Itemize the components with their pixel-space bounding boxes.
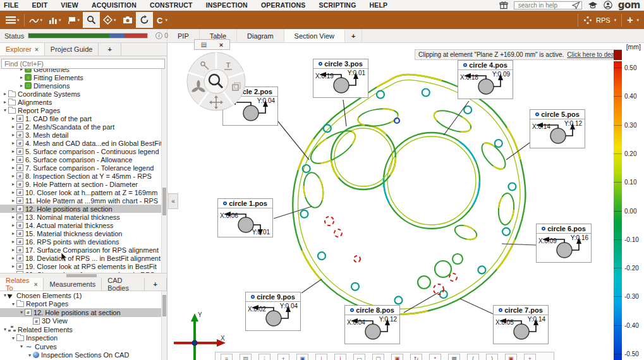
tree-item[interactable]: ▾Inspection [0, 334, 167, 343]
tree-item[interactable]: ▸a14. Actual material thickness [0, 221, 167, 229]
relates-tab-measurements[interactable]: Measurements [44, 278, 102, 291]
tree-item[interactable]: ▸a5. Surface comparison - Continuous leg… [0, 147, 167, 155]
relates-tab-relates-to[interactable]: Relates To× [0, 278, 44, 291]
find-input[interactable] [1, 59, 165, 69]
view-tab--[interactable]: + [345, 29, 362, 42]
tree-item[interactable]: ▸a17. Surface Comparison for RPS alignme… [0, 246, 167, 254]
bottom-tool-button[interactable]: ↻ [410, 354, 422, 360]
gift-icon[interactable] [499, 1, 508, 9]
tree-item[interactable]: ▾Report Pages [0, 300, 167, 309]
bottom-tool-button[interactable]: ▣ [505, 354, 517, 360]
tree-item[interactable]: ▸a15. Material thickness deviation [0, 229, 167, 237]
report-page-icon[interactable]: ▤ [201, 41, 207, 48]
recalculate-button[interactable] [136, 12, 153, 28]
bottom-tool-button[interactable]: ⋮ [258, 354, 270, 360]
tree-item[interactable]: ▸a1. CAD file of the part [0, 114, 167, 123]
tree-item[interactable]: ▸a6. Surface comparison - Allowance [0, 155, 167, 164]
bottom-tool-button[interactable]: ▭ [353, 354, 365, 360]
menu-edit[interactable]: EDIT [32, 1, 48, 9]
position-label-circle-7-pos[interactable]: circle 7.posY:0.14X:0.05 [493, 305, 549, 344]
relates-tab-cad-bodies[interactable]: CAD Bodies [102, 278, 144, 291]
alignment-name[interactable]: RPS [596, 16, 611, 24]
position-label-circle-9-pos[interactable]: circle 9.posY:0.04X:0.02 [245, 292, 301, 331]
position-label-circle-4-pos[interactable]: circle 4.posY:0.09X:0.18 [458, 60, 513, 99]
info-counter[interactable]: i 0 [155, 32, 168, 39]
tree-item[interactable]: ▸a8. Inspection Section at Y = 45mm - RP… [0, 172, 167, 180]
tree-item[interactable]: ▾~Curves [0, 342, 167, 351]
position-label-circle-6-pos[interactable]: circle 6.posY:0.16X:0.09 [536, 224, 592, 263]
bottom-tool-button[interactable]: ▤ [240, 354, 252, 360]
bottom-tool-button[interactable]: i [334, 354, 346, 360]
tree-item[interactable]: ▸a12. Hole positions at section [0, 205, 167, 213]
tree-item[interactable]: ▸a16. RPS points with deviations [0, 237, 167, 246]
training-cap-icon[interactable] [588, 1, 598, 9]
navigation-wheel[interactable]: T [186, 51, 246, 112]
hamburger-menu-button[interactable]: ▾ [3, 12, 23, 28]
user-account-icon[interactable] [604, 1, 612, 9]
bottom-tool-button[interactable]: ▣ [391, 354, 403, 360]
zoom-tool-button[interactable] [83, 12, 100, 28]
tree-item[interactable]: ▸Coordinate Systems [0, 90, 167, 98]
tree-item[interactable]: ▾Report Pages [0, 106, 167, 114]
close-icon[interactable]: × [219, 41, 223, 49]
bottom-tool-button[interactable]: ▣ [296, 354, 308, 360]
send-help-icon[interactable] [572, 1, 580, 9]
menu-help[interactable]: HELP [370, 1, 388, 9]
add-alignment-button[interactable]: + [627, 15, 633, 25]
menu-scripting[interactable]: SCRIPTING [319, 1, 356, 9]
tree-item[interactable]: ▸a10. Closer look at h...pattern at Z = … [0, 188, 167, 196]
menu-inspection[interactable]: INSPECTION [206, 1, 248, 9]
relates-tree-scrollbar[interactable] [161, 291, 167, 360]
curve-tools-button[interactable]: ▾ [26, 12, 46, 28]
tree-item[interactable]: ▸a7. Surface comparison - Tolerance lege… [0, 164, 167, 172]
chart-tools-button[interactable]: ▾ [46, 12, 64, 28]
chevron-down-icon[interactable]: ▾ [636, 18, 639, 23]
tree-item[interactable]: ▾Inspection Sections On CAD [0, 351, 167, 360]
chevron-down-icon[interactable]: ▾ [614, 18, 617, 23]
relates-tab--[interactable]: + [145, 278, 167, 291]
refresh-page-button[interactable]: C ▾ [153, 12, 171, 28]
bottom-tool-button[interactable]: ( [467, 354, 479, 360]
tree-item[interactable]: ▾a12. Hole positions at section [0, 308, 167, 317]
label-tools-button[interactable]: ▾ [64, 12, 83, 28]
bottom-tool-button[interactable]: * [429, 354, 441, 360]
bottom-tool-button[interactable]: + [277, 354, 289, 360]
snapshot-button[interactable] [119, 12, 136, 28]
tree-item[interactable]: ▸a19. Closer look at RPS elements in Bes… [0, 262, 167, 270]
tree-item[interactable]: ▸○Fitting Elements [0, 73, 167, 81]
bottom-tool-button[interactable]: + [524, 354, 536, 360]
tree-item[interactable]: ▸a11. Hole Pattern at ...9mm with chart … [0, 196, 167, 205]
tree-item[interactable]: ▸a3. Mesh detail [0, 131, 167, 139]
tree-item[interactable]: ▸a4. Mesh and CAD data...ed in Global Be… [0, 139, 167, 147]
explorer-tab-project-guide[interactable]: Project Guide [45, 43, 99, 56]
tree-item[interactable]: ▾Related Elements [0, 325, 167, 334]
section-viewport[interactable]: YX Clipping at element "Plane Z +169.00 … [167, 43, 644, 360]
bottom-tool-button[interactable]: ▦ [448, 354, 460, 360]
tree-item[interactable]: ▸a13. Nominal material thickness [0, 213, 167, 221]
bottom-tool-button[interactable]: ) [486, 354, 498, 360]
explorer-tab-explorer[interactable]: Explorer× [0, 43, 45, 56]
fit-view-button[interactable]: ▾ [100, 12, 119, 28]
position-label-circle-3-pos[interactable]: circle 3.posY:0.01X:0.19 [313, 59, 368, 98]
view-tab-section-view[interactable]: Section View [284, 29, 345, 42]
tree-item[interactable]: ▸□Dimensions [0, 81, 167, 90]
tree-item[interactable]: ▸a2. Mesh/Scandata of the part [0, 123, 167, 131]
tree-item[interactable]: ▸Alignments [0, 98, 167, 106]
explorer-tab--[interactable]: + [99, 43, 121, 56]
tree-item[interactable]: ▸a9. Hole Pattern at section - Diameter [0, 180, 167, 188]
menu-file[interactable]: FILE [4, 1, 19, 9]
collapse-panel-button[interactable]: « [168, 193, 178, 209]
tree-item[interactable]: ▸○Geometries [0, 69, 167, 73]
menu-view[interactable]: VIEW [61, 1, 78, 9]
bottom-tool-button[interactable]: ▢ [372, 354, 384, 360]
tree-item[interactable]: ▸a18. Deviation of RPS ... in BestFit al… [0, 254, 167, 262]
tree-item[interactable]: ▾Chosen Elements (1) [0, 291, 167, 300]
menu-operations[interactable]: OPERATIONS [261, 1, 306, 9]
position-label-circle-1-pos[interactable]: circle 1.posY:0.01X:0.06 [217, 198, 273, 237]
position-label-circle-8-pos[interactable]: circle 8.posY:0.12X:0.04 [344, 305, 400, 344]
close-tab-icon[interactable]: × [34, 281, 38, 288]
view-tab-diagram[interactable]: Diagram [237, 29, 284, 42]
menu-acquisition[interactable]: ACQUISITION [92, 1, 137, 9]
menu-construct[interactable]: CONSTRUCT [150, 1, 193, 9]
bottom-tool-button[interactable]: ⊥ [315, 354, 327, 360]
